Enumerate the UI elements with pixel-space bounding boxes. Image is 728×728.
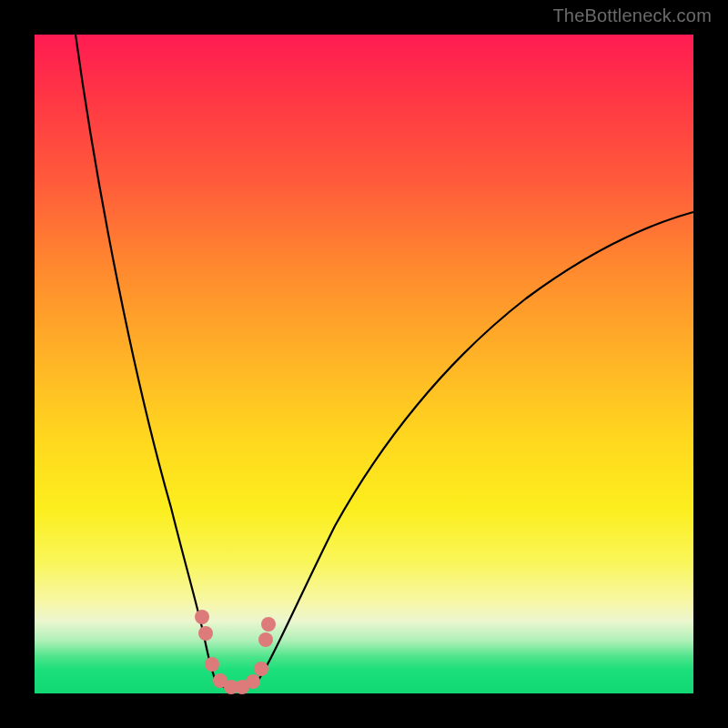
valley-dot: [246, 674, 260, 689]
valley-dot: [258, 632, 273, 647]
valley-dot: [261, 617, 276, 632]
valley-dot: [205, 657, 219, 672]
valley-dot: [195, 610, 209, 624]
valley-dot: [254, 662, 268, 676]
curve-right-branch: [257, 212, 693, 682]
watermark-text: TheBottleneck.com: [552, 5, 712, 26]
chart-frame: TheBottleneck.com: [0, 0, 728, 728]
valley-dot: [198, 626, 213, 641]
curve-left-branch: [76, 35, 217, 682]
chart-svg: [35, 35, 693, 693]
